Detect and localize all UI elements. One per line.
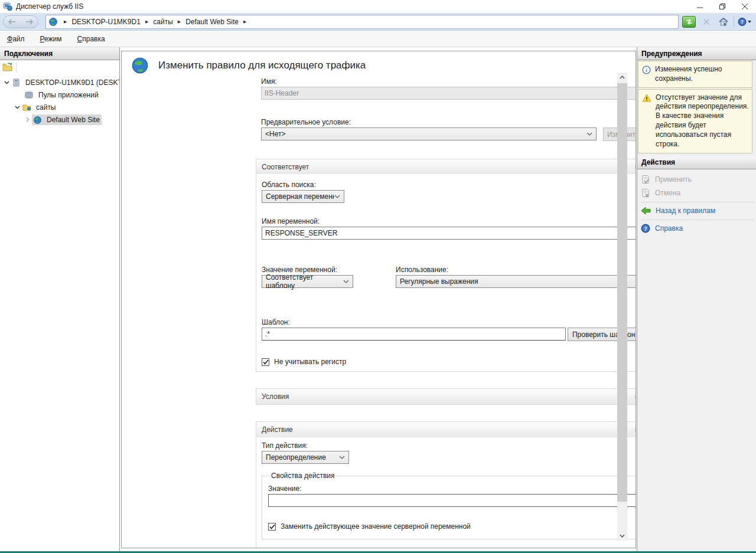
replace-row: Заменить действующее значение серверной … xyxy=(268,522,636,531)
back-to-rules-action[interactable]: Назад к правилам xyxy=(641,204,754,218)
address-bar: ▶ DESKTOP-U1MK9D1 ▶ сайты ▶ Default Web … xyxy=(0,13,756,31)
actions-header: Действия xyxy=(637,156,756,169)
apply-icon xyxy=(641,175,650,184)
pattern-input[interactable] xyxy=(262,328,566,341)
breadcrumb-arrow-icon: ▶ xyxy=(145,19,148,24)
chevron-down-icon[interactable] xyxy=(2,81,11,84)
action-section: Действие Тип действия: Переопределение С… xyxy=(256,421,636,548)
action-type-select[interactable]: Переопределение xyxy=(262,451,349,464)
check-icon xyxy=(269,524,275,529)
restore-button[interactable] xyxy=(711,0,734,13)
cancel-action: Отмена xyxy=(641,186,754,200)
action-type-label: Тип действия: xyxy=(262,441,636,450)
breadcrumb[interactable]: ▶ DESKTOP-U1MK9D1 ▶ сайты ▶ Default Web … xyxy=(45,15,679,29)
ignore-case-label: Не учитывать регистр xyxy=(274,358,346,366)
sites-folder-icon xyxy=(22,103,32,112)
site-globe-icon xyxy=(48,17,58,27)
connections-header: Подключения xyxy=(0,47,119,60)
alert-text: Изменения успешно сохранены. xyxy=(655,65,750,84)
window-controls xyxy=(689,0,756,13)
match-section: Соответствует Область поиска: Серверная … xyxy=(256,159,636,372)
precondition-select[interactable]: <Нет> xyxy=(261,127,597,140)
chevron-right-icon[interactable] xyxy=(24,117,32,122)
variable-name-input[interactable] xyxy=(262,227,636,240)
stop-button xyxy=(699,16,713,28)
menu-help[interactable]: Справка xyxy=(77,35,105,43)
menu-file[interactable]: Файл xyxy=(7,35,25,43)
menu-view[interactable]: Режим xyxy=(40,35,62,43)
tree-item-app-pools[interactable]: Пулы приложений xyxy=(0,89,119,101)
app-icon xyxy=(3,2,12,11)
tree-item-server[interactable]: DESKTOP-U1MK9D1 (DESKTOP xyxy=(0,76,119,89)
tree-item-sites[interactable]: сайты xyxy=(0,101,119,113)
right-panel: Предупреждения i Изменения успешно сохра… xyxy=(637,47,756,551)
info-icon: i xyxy=(642,66,651,84)
scroll-down-button[interactable] xyxy=(617,531,627,541)
expand-button[interactable] xyxy=(635,392,636,402)
chevron-down-icon xyxy=(343,280,349,283)
feature-page: Изменить правило для исходящего трафика … xyxy=(121,51,636,548)
chevron-down-icon xyxy=(636,280,636,283)
connections-toolbar xyxy=(0,60,119,74)
help-icon: ? xyxy=(641,224,650,233)
warning-icon xyxy=(642,94,651,149)
breadcrumb-arrow-icon: ▶ xyxy=(243,19,246,24)
breadcrumb-sites[interactable]: сайты xyxy=(153,18,173,26)
divider xyxy=(641,202,754,202)
chevron-down-icon xyxy=(339,456,345,459)
breadcrumb-arrow-icon: ▶ xyxy=(178,19,181,24)
replace-checkbox[interactable] xyxy=(268,523,276,531)
variable-value-select[interactable]: Соответствует шаблону xyxy=(262,275,353,288)
apply-action: Применить xyxy=(641,173,754,186)
breadcrumb-arrow-icon: ▶ xyxy=(64,19,67,24)
using-select[interactable]: Регулярные выражения xyxy=(396,275,636,288)
using-label: Использование: xyxy=(396,266,636,274)
name-input xyxy=(261,87,636,100)
replace-label: Заменить действующее значение серверной … xyxy=(281,522,471,531)
address-bar-actions: ? xyxy=(682,16,751,28)
close-button[interactable] xyxy=(734,0,756,13)
chevron-down-icon[interactable] xyxy=(13,106,21,109)
scroll-up-button[interactable] xyxy=(617,73,627,82)
home-button[interactable] xyxy=(716,16,730,28)
chevron-down-icon xyxy=(620,534,625,538)
conditions-section-header[interactable]: Условия xyxy=(256,389,636,404)
value-label: Значение: xyxy=(268,485,636,493)
collapse-button[interactable] xyxy=(635,162,636,172)
content-scrollbar[interactable] xyxy=(617,73,627,541)
action-section-header[interactable]: Действие xyxy=(256,422,636,437)
minimize-button[interactable] xyxy=(689,0,711,13)
scrollbar-thumb[interactable] xyxy=(617,83,627,502)
precondition-label: Предварительное условие: xyxy=(261,118,636,126)
scope-select[interactable]: Серверная переменн xyxy=(262,190,344,203)
toolbar-separator xyxy=(16,63,17,72)
alert-text: Отсутствует значение для действия переоп… xyxy=(656,93,750,149)
alerts-header: Предупреждения xyxy=(637,47,756,60)
divider xyxy=(641,220,754,220)
breadcrumb-server[interactable]: DESKTOP-U1MK9D1 xyxy=(71,18,140,26)
tree-item-label: Пулы приложений xyxy=(37,90,100,100)
toolbar-separator xyxy=(734,17,734,27)
help-action[interactable]: ? Справка xyxy=(641,222,754,235)
value-input[interactable] xyxy=(268,494,636,507)
breadcrumb-default-web-site[interactable]: Default Web Site xyxy=(185,18,239,26)
collapse-button[interactable] xyxy=(635,425,636,435)
site-globe-icon xyxy=(33,116,43,124)
variable-value-label: Значение переменной: xyxy=(262,266,396,274)
connections-panel: Подключения DESKTOP-U1MK9D1 (DESKTOP Пул… xyxy=(0,47,120,551)
variable-name-label: Имя переменной: xyxy=(262,217,636,225)
actions-list: Применить Отмена Назад к правилам ? Спра… xyxy=(637,169,756,238)
forward-icon xyxy=(25,17,33,27)
pattern-label: Шаблон: xyxy=(262,318,636,326)
tree-item-default-web-site[interactable]: Default Web Site xyxy=(0,113,119,126)
help-button[interactable]: ? xyxy=(738,16,751,28)
match-section-header[interactable]: Соответствует xyxy=(256,159,636,174)
ignore-case-checkbox[interactable] xyxy=(262,358,269,366)
refresh-button[interactable] xyxy=(682,16,696,28)
chevron-down-icon xyxy=(334,195,340,198)
conditions-section: Условия xyxy=(256,388,636,405)
window-title: Диспетчер служб IIS xyxy=(16,2,83,11)
alert-info: i Изменения успешно сохранены. xyxy=(638,61,752,88)
check-icon xyxy=(263,359,269,365)
save-connection-folder-icon[interactable] xyxy=(2,63,12,71)
